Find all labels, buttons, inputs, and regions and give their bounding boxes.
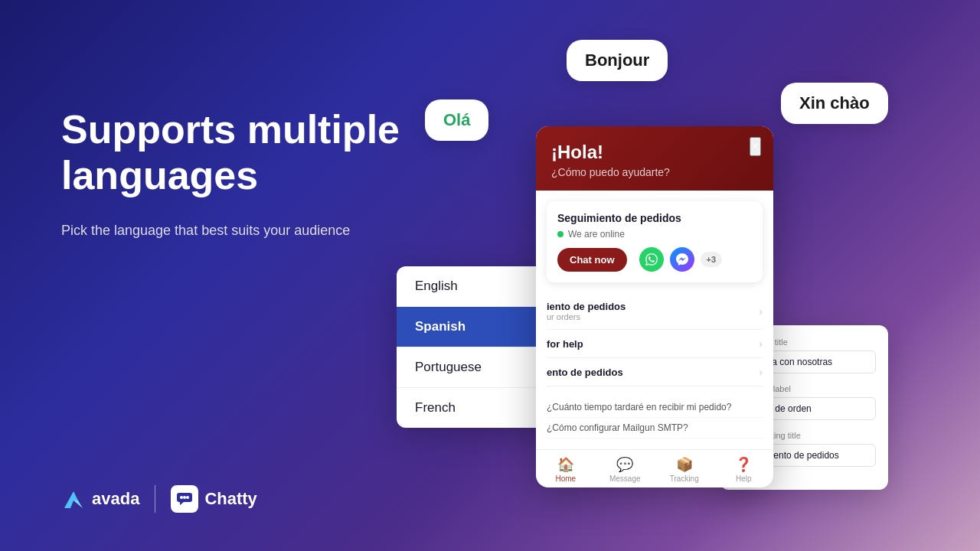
chatty-logo: Chatty: [171, 485, 256, 513]
chat-widget: × ¡Hola! ¿Cómo puedo ayudarte? Seguimien…: [536, 126, 773, 487]
svg-point-5: [183, 496, 186, 499]
bubble-xinchao: Xin chào: [781, 83, 888, 124]
nav-tracking-label: Tracking: [670, 474, 699, 483]
chat-close-button[interactable]: ×: [750, 137, 761, 156]
chatty-icon: [171, 485, 198, 513]
left-content: Supports multiple languages Pick the lan…: [61, 107, 429, 241]
nav-message-label: Message: [609, 474, 641, 483]
chat-subtitle: ¿Cómo puedo ayudarte?: [551, 166, 758, 178]
chat-nav: 🏠 Home 💬 Message 📦 Tracking ❓ Help: [536, 449, 773, 487]
list-item-sub-1: ur orders: [547, 312, 626, 321]
nav-home-label: Home: [555, 474, 576, 483]
lang-label-english: English: [415, 279, 458, 293]
lang-label-french: French: [415, 400, 456, 415]
list-item-1[interactable]: iento de pedidos ur orders ›: [547, 293, 763, 330]
bubble-bonjour-text: Bonjour: [585, 51, 649, 70]
logo-bar: avada Chatty: [61, 485, 257, 513]
page-subtitle: Pick the language that best suits your a…: [61, 220, 429, 241]
list-item-title-2: for help: [547, 338, 583, 350]
tracking-nav-icon: 📦: [676, 456, 693, 473]
list-item-title-1: iento de pedidos: [547, 301, 626, 312]
plus-badge: +3: [701, 252, 723, 267]
nav-tracking[interactable]: 📦 Tracking: [655, 456, 714, 483]
list-item-content-2: for help: [547, 338, 583, 350]
whatsapp-icon[interactable]: [639, 247, 664, 272]
list-item-content-3: ento de pedidos: [547, 367, 623, 378]
message-nav-icon: 💬: [616, 456, 633, 473]
chevron-icon-3: ›: [759, 366, 763, 378]
avada-label: avada: [92, 489, 139, 509]
chat-list: iento de pedidos ur orders › for help › …: [536, 293, 773, 386]
bubble-bonjour: Bonjour: [567, 40, 668, 81]
help-nav-icon: ❓: [735, 456, 752, 473]
lang-label-spanish: Spanish: [415, 319, 466, 334]
bubble-ola: Olá: [425, 99, 488, 141]
list-item-title-3: ento de pedidos: [547, 367, 623, 378]
card-title: Seguimiento de pedidos: [557, 212, 752, 224]
online-text: We are online: [568, 229, 625, 240]
nav-help-label: Help: [736, 474, 752, 483]
chevron-icon-1: ›: [759, 305, 763, 318]
chatty-label: Chatty: [204, 489, 256, 509]
chat-questions: ¿Cuánto tiempo tardaré en recibir mi ped…: [536, 393, 773, 449]
question-2[interactable]: ¿Cómo configurar Mailgun SMTP?: [547, 418, 763, 439]
chevron-icon-2: ›: [759, 337, 763, 350]
page-title: Supports multiple languages: [61, 107, 429, 199]
bubble-xinchao-text: Xin chào: [799, 93, 870, 112]
svg-point-4: [180, 496, 183, 499]
chat-now-button[interactable]: Chat now: [557, 248, 627, 272]
nav-home[interactable]: 🏠 Home: [536, 456, 596, 483]
avada-logo: avada: [61, 487, 139, 511]
bubble-ola-text: Olá: [443, 110, 470, 129]
list-item-content-1: iento de pedidos ur orders: [547, 301, 626, 321]
question-1[interactable]: ¿Cuánto tiempo tardaré en recibir mi ped…: [547, 397, 763, 418]
svg-marker-1: [64, 491, 78, 508]
nav-help[interactable]: ❓ Help: [714, 456, 774, 483]
chat-action-icons: Chat now +3: [557, 247, 752, 272]
online-dot: [557, 231, 564, 237]
online-indicator: We are online: [557, 229, 752, 240]
svg-marker-2: [74, 500, 83, 508]
list-item-2[interactable]: for help ›: [547, 330, 763, 358]
nav-message[interactable]: 💬 Message: [596, 456, 655, 483]
chat-now-label: Chat now: [570, 254, 615, 266]
home-nav-icon: 🏠: [557, 456, 574, 473]
messenger-icon[interactable]: [670, 247, 694, 272]
chat-header: × ¡Hola! ¿Cómo puedo ayudarte?: [536, 126, 773, 191]
list-item-3[interactable]: ento de pedidos ›: [547, 358, 763, 386]
avada-icon: [61, 487, 86, 511]
lang-label-portuguese: Portuguese: [415, 360, 482, 374]
chat-hello: ¡Hola!: [551, 142, 758, 163]
logo-divider: [155, 485, 155, 513]
chat-card: Seguimiento de pedidos We are online Cha…: [547, 201, 763, 282]
svg-point-6: [186, 496, 189, 499]
